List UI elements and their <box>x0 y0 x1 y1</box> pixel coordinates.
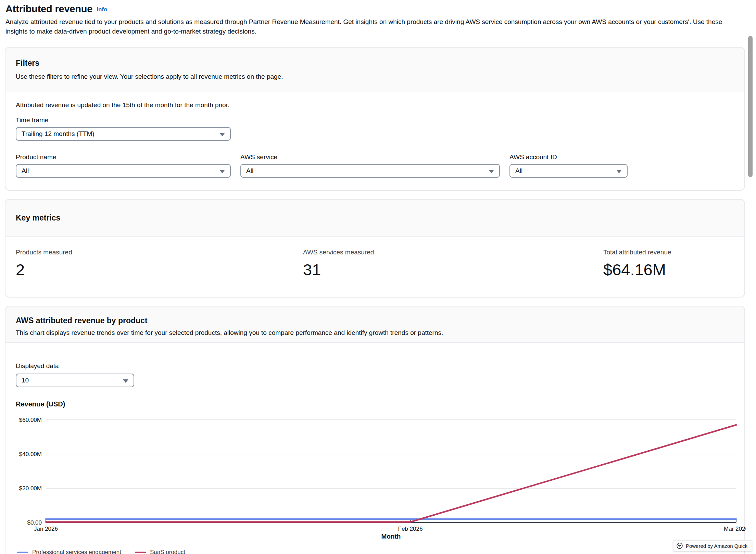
aws-account-id-field: AWS account ID All <box>509 153 628 178</box>
product-name-field: Product name All <box>16 153 231 178</box>
metric-products-measured: Products measured 2 <box>16 248 303 280</box>
y-axis-tick-label: $20.00M <box>19 485 42 492</box>
time-frame-select[interactable]: Trailing 12 months (TTM) <box>16 127 231 141</box>
revenue-chart-content: Displayed data 10 Revenue (USD) $60.00M$… <box>5 362 744 554</box>
revenue-line-chart: $60.00M$40.00M$20.00M$0.00Jan 2026Feb 20… <box>16 411 746 545</box>
page-title: Attributed revenue <box>5 3 92 14</box>
metric-label: Products measured <box>16 248 303 256</box>
key-metrics-title: Key metrics <box>16 213 734 223</box>
page-description: Analyze attributed revenue tied to your … <box>5 17 745 36</box>
filters-card-header: Filters Use these filters to refine your… <box>5 48 744 91</box>
x-axis-tick-label: Mar 2026 <box>724 526 746 532</box>
filters-description: Use these filters to refine your view. Y… <box>16 72 734 81</box>
key-metrics-card: Key metrics Products measured 2 AWS serv… <box>5 199 745 298</box>
metric-value: 31 <box>303 260 603 280</box>
x-axis-tick-label: Jan 2026 <box>34 526 58 532</box>
info-link[interactable]: Info <box>97 6 107 13</box>
legend-swatch <box>135 552 146 553</box>
legend-item[interactable]: Professional services engagement <box>17 549 121 554</box>
y-axis-tick-label: $0.00 <box>27 519 42 526</box>
revenue-chart-description: This chart displays revenue trends over … <box>16 328 734 337</box>
page-header: Attributed revenueInfo Analyze attribute… <box>0 3 756 36</box>
legend-label: SaaS product <box>150 549 185 554</box>
metric-label: Total attributed revenue <box>603 248 734 256</box>
filter-row: Product name All AWS service All AWS acc… <box>16 153 734 178</box>
series-line-saas-product <box>46 425 736 522</box>
chevron-down-icon <box>123 379 128 383</box>
chevron-down-icon <box>219 133 225 136</box>
aws-account-id-value: All <box>515 167 522 175</box>
y-axis-tick-label: $40.00M <box>19 451 42 457</box>
filters-card-content: Attributed revenue is updated on the 15t… <box>5 91 744 190</box>
chevron-down-icon <box>489 170 494 173</box>
displayed-data-value: 10 <box>22 377 29 384</box>
amazon-quick-icon <box>676 542 683 549</box>
chevron-down-icon <box>616 170 622 173</box>
key-metrics-header: Key metrics <box>5 200 744 237</box>
metric-label: AWS services measured <box>303 248 603 256</box>
aws-account-id-select[interactable]: All <box>509 164 628 178</box>
y-axis-tick-label: $60.00M <box>19 417 42 423</box>
revenue-chart-header: AWS attributed revenue by product This c… <box>5 306 744 343</box>
metric-aws-services-measured: AWS services measured 31 <box>303 248 603 280</box>
powered-by-label: Powered by Amazon Quick <box>686 543 747 549</box>
metric-total-attributed-revenue: Total attributed revenue $64.16M <box>603 248 734 280</box>
legend-swatch <box>17 552 28 553</box>
product-name-select[interactable]: All <box>16 164 231 178</box>
aws-service-value: All <box>246 167 253 175</box>
chevron-down-icon <box>219 170 225 173</box>
revenue-chart-title: AWS attributed revenue by product <box>16 315 734 326</box>
metric-value: 2 <box>16 260 303 280</box>
x-axis-tick-label: Feb 2026 <box>398 526 423 532</box>
revenue-line-chart-svg: $60.00M$40.00M$20.00M$0.00Jan 2026Feb 20… <box>16 411 746 545</box>
filters-card: Filters Use these filters to refine your… <box>5 47 745 191</box>
aws-account-id-label: AWS account ID <box>509 153 628 161</box>
vertical-scrollbar[interactable] <box>748 36 753 177</box>
time-frame-value: Trailing 12 months (TTM) <box>22 130 94 138</box>
revenue-by-product-card: AWS attributed revenue by product This c… <box>5 306 745 554</box>
y-axis-title: Revenue (USD) <box>16 400 734 408</box>
powered-by-badge: Powered by Amazon Quick <box>673 540 752 551</box>
aws-service-field: AWS service All <box>240 153 500 178</box>
product-name-label: Product name <box>16 153 231 161</box>
time-frame-label: Time frame <box>16 116 734 124</box>
product-name-value: All <box>22 167 29 175</box>
key-metrics-content: Products measured 2 AWS services measure… <box>5 237 744 297</box>
legend-label: Professional services engagement <box>32 549 121 554</box>
chart-legend: Professional services engagementSaaS pro… <box>17 549 734 554</box>
attributed-revenue-page: Attributed revenueInfo Analyze attribute… <box>0 0 756 554</box>
aws-service-select[interactable]: All <box>240 164 500 178</box>
legend-item[interactable]: SaaS product <box>135 549 185 554</box>
x-axis-title: Month <box>381 533 401 540</box>
update-note: Attributed revenue is updated on the 15t… <box>16 101 734 109</box>
metric-value: $64.16M <box>603 260 734 280</box>
filters-title: Filters <box>16 58 734 68</box>
displayed-data-select[interactable]: 10 <box>16 374 134 387</box>
aws-service-label: AWS service <box>240 153 500 161</box>
displayed-data-label: Displayed data <box>16 362 734 370</box>
